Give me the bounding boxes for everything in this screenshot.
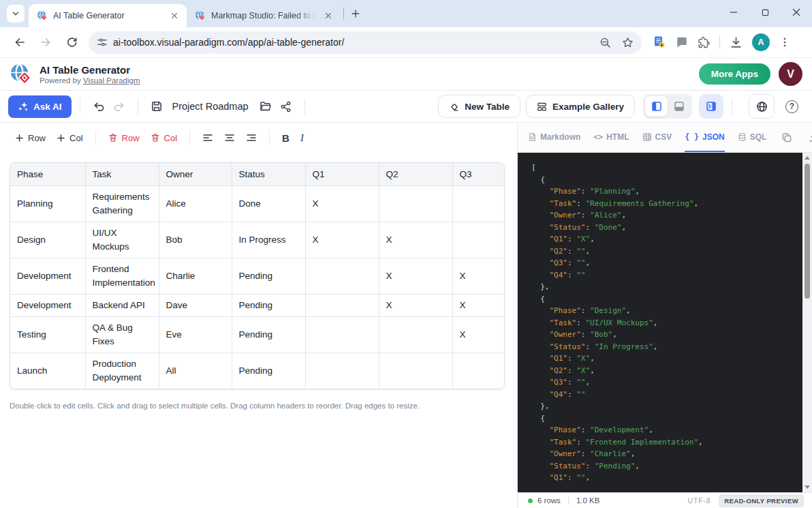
table-cell[interactable]: X <box>305 222 379 258</box>
table-cell[interactable]: UI/UX Mockups <box>85 222 159 258</box>
table-cell[interactable]: Pending <box>232 258 305 295</box>
table-cell[interactable]: X <box>452 258 505 295</box>
add-col-button[interactable]: Col <box>51 130 89 147</box>
table-cell[interactable] <box>305 295 379 317</box>
close-tab-icon[interactable] <box>322 10 334 22</box>
downloads-icon[interactable] <box>730 36 743 49</box>
tab-html[interactable]: <> HTML <box>593 123 629 152</box>
table-cell[interactable]: Testing <box>10 317 85 353</box>
reload-icon[interactable] <box>61 31 82 53</box>
maximize-button[interactable] <box>749 0 781 25</box>
table-cell[interactable]: Pending <box>232 353 305 389</box>
download-icon[interactable] <box>806 130 812 145</box>
column-header[interactable]: Q1 <box>305 163 379 186</box>
visual-paradigm-link[interactable]: Visual Paradigm <box>83 76 140 85</box>
align-right-icon[interactable] <box>240 129 262 147</box>
table-cell[interactable]: X <box>379 222 452 258</box>
copy-icon[interactable] <box>779 130 794 145</box>
site-settings-icon[interactable] <box>97 37 108 48</box>
table-cell[interactable]: X <box>452 295 505 317</box>
column-header[interactable]: Phase <box>10 163 85 186</box>
table-cell[interactable] <box>452 353 505 389</box>
table-cell[interactable] <box>379 353 452 389</box>
more-apps-button[interactable]: More Apps <box>699 63 770 85</box>
delete-col-button[interactable]: Col <box>145 130 183 147</box>
table-cell[interactable]: X <box>305 186 379 222</box>
table-cell[interactable] <box>305 258 379 295</box>
save-icon[interactable] <box>146 96 167 117</box>
forward-icon[interactable] <box>35 31 57 53</box>
add-row-button[interactable]: Row <box>10 130 51 147</box>
table-cell[interactable]: Frontend Implementation <box>85 258 159 295</box>
table-cell[interactable]: X <box>452 317 505 353</box>
new-tab-button[interactable] <box>347 5 364 23</box>
table-cell[interactable]: Done <box>232 186 305 222</box>
language-globe-icon[interactable] <box>749 94 775 119</box>
table-cell[interactable]: Development <box>10 295 85 317</box>
bookmark-star-icon[interactable] <box>622 37 634 48</box>
table-cell[interactable] <box>452 222 505 258</box>
table-cell[interactable]: Requirements Gathering <box>85 186 159 222</box>
table-cell[interactable]: Production Deployment <box>85 353 159 389</box>
browser-tab-active[interactable]: AI Table Generator <box>29 4 187 27</box>
docs-extension-icon[interactable] <box>653 35 666 49</box>
feedback-bubble-icon[interactable] <box>676 36 688 48</box>
table-cell[interactable] <box>305 317 379 353</box>
table-cell[interactable]: QA & Bug Fixes <box>85 317 159 353</box>
table-cell[interactable] <box>305 353 379 389</box>
ask-ai-button[interactable]: Ask AI <box>8 95 72 118</box>
back-icon[interactable] <box>9 31 31 53</box>
table-cell[interactable]: Pending <box>232 317 305 353</box>
table-cell[interactable]: X <box>379 258 452 295</box>
table-cell[interactable]: X <box>379 295 452 317</box>
account-avatar[interactable]: V <box>779 62 802 86</box>
table-cell[interactable]: Planning <box>10 186 85 222</box>
column-header[interactable]: Status <box>232 163 305 186</box>
new-table-button[interactable]: New Table <box>438 95 520 118</box>
tab-search-button[interactable] <box>7 5 25 23</box>
table-cell[interactable]: Alice <box>159 186 232 222</box>
zoom-out-icon[interactable] <box>599 37 611 48</box>
open-folder-icon[interactable] <box>255 96 276 117</box>
align-center-icon[interactable] <box>219 129 240 147</box>
code-scrollbar[interactable] <box>802 153 812 492</box>
table-cell[interactable] <box>379 186 452 222</box>
column-header[interactable]: Owner <box>159 163 232 186</box>
table-cell[interactable]: Launch <box>10 353 85 389</box>
document-title[interactable]: Project Roadmap <box>172 101 249 112</box>
table-cell[interactable]: Pending <box>232 295 305 317</box>
table-cell[interactable]: Design <box>10 222 85 258</box>
minimize-button[interactable] <box>718 0 749 25</box>
table-cell[interactable]: Eve <box>159 317 232 353</box>
column-header[interactable]: Task <box>85 163 159 186</box>
split-horizontal-icon[interactable] <box>668 96 690 117</box>
bold-button[interactable]: B <box>277 129 295 147</box>
tab-markdown[interactable]: Markdown <box>528 123 580 152</box>
table-cell[interactable] <box>379 317 452 353</box>
browser-tab-inactive[interactable]: Markmap Studio: Failed to open <box>187 4 341 27</box>
column-header[interactable]: Q3 <box>452 163 505 186</box>
tab-json[interactable]: { } JSON <box>685 123 724 152</box>
table-cell[interactable]: Development <box>10 258 85 295</box>
table-cell[interactable]: All <box>159 353 232 389</box>
table-cell[interactable]: Bob <box>159 222 232 258</box>
align-left-icon[interactable] <box>197 129 219 147</box>
table-cell[interactable]: Backend API <box>85 295 159 317</box>
extensions-puzzle-icon[interactable] <box>698 36 710 48</box>
tab-sql[interactable]: SQL <box>738 123 767 152</box>
column-header[interactable]: Q2 <box>379 163 452 186</box>
share-icon[interactable] <box>276 96 296 117</box>
table-cell[interactable]: In Progress <box>232 222 305 258</box>
browser-profile-avatar[interactable]: A <box>752 33 770 51</box>
table-cell[interactable]: Dave <box>159 295 232 317</box>
undo-icon[interactable] <box>89 96 109 117</box>
address-input[interactable]: ai-toolbox.visual-paradigm.com/app/ai-ta… <box>89 31 642 54</box>
toggle-right-panel-icon[interactable] <box>699 94 723 119</box>
table-cell[interactable] <box>452 186 505 222</box>
italic-button[interactable]: I <box>295 129 309 147</box>
redo-icon[interactable] <box>109 96 129 117</box>
scroll-down-arrow-icon[interactable] <box>805 485 810 489</box>
scroll-up-arrow-icon[interactable] <box>805 156 810 160</box>
close-tab-icon[interactable] <box>168 10 180 22</box>
close-window-button[interactable] <box>781 0 812 25</box>
